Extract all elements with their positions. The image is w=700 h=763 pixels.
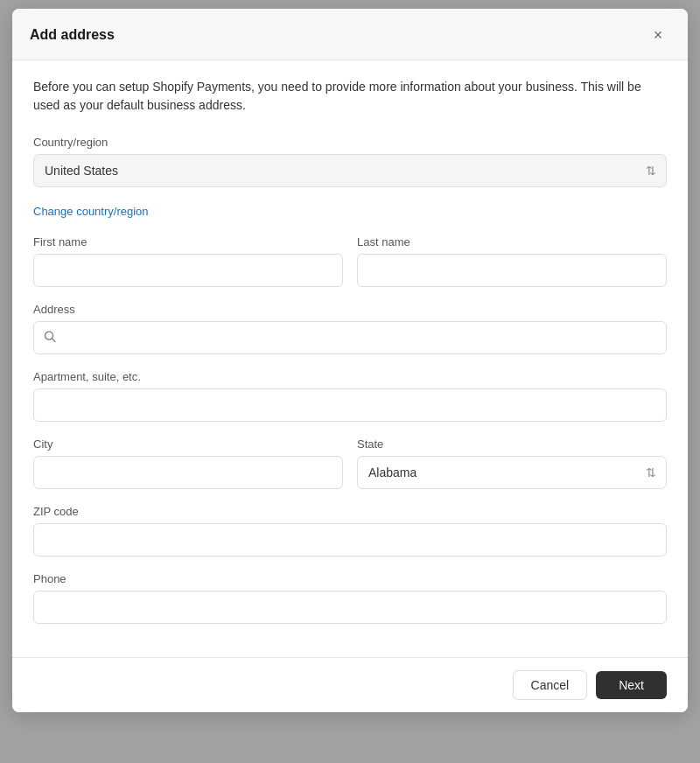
- modal-body: Before you can setup Shopify Payments, y…: [12, 60, 688, 657]
- address-input[interactable]: [33, 321, 667, 354]
- name-row: First name Last name: [33, 235, 667, 287]
- city-field-group: City: [33, 438, 343, 489]
- next-button[interactable]: Next: [596, 671, 667, 699]
- last-name-input[interactable]: [357, 254, 667, 287]
- city-input[interactable]: [33, 456, 343, 489]
- apartment-input[interactable]: [33, 388, 667, 422]
- first-name-input[interactable]: [33, 254, 343, 287]
- phone-label: Phone: [33, 572, 667, 585]
- first-name-group: First name: [33, 235, 343, 287]
- address-field-group: Address: [33, 303, 667, 354]
- country-field-group: Country/region United States ⇅: [33, 136, 667, 187]
- country-select[interactable]: United States: [33, 154, 667, 187]
- add-address-modal: Add address × Before you can setup Shopi…: [12, 9, 688, 712]
- cancel-button[interactable]: Cancel: [513, 670, 588, 700]
- state-select[interactable]: Alabama Alaska Arizona Arkansas Californ…: [357, 456, 667, 489]
- modal-footer: Cancel Next: [12, 657, 688, 712]
- last-name-label: Last name: [357, 235, 667, 248]
- first-name-label: First name: [33, 235, 343, 248]
- address-input-wrapper: [33, 321, 667, 354]
- zip-label: ZIP code: [33, 505, 667, 518]
- modal-title: Add address: [30, 27, 115, 43]
- change-country-link[interactable]: Change country/region: [33, 205, 149, 218]
- close-button[interactable]: ×: [646, 23, 670, 47]
- apartment-field-group: Apartment, suite, etc.: [33, 370, 667, 422]
- zip-field-group: ZIP code: [33, 505, 667, 556]
- city-label: City: [33, 438, 343, 451]
- address-label: Address: [33, 303, 667, 316]
- state-field-group: State Alabama Alaska Arizona Arkansas Ca…: [357, 438, 667, 489]
- city-state-row: City State Alabama Alaska Arizona Arkans…: [33, 438, 667, 489]
- last-name-group: Last name: [357, 235, 667, 287]
- phone-field-group: Phone: [33, 572, 667, 624]
- country-select-wrapper: United States ⇅: [33, 154, 667, 187]
- state-select-wrapper: Alabama Alaska Arizona Arkansas Californ…: [357, 456, 667, 489]
- apartment-label: Apartment, suite, etc.: [33, 370, 667, 383]
- country-label: Country/region: [33, 136, 667, 149]
- modal-header: Add address ×: [12, 9, 688, 60]
- modal-overlay: Add address × Before you can setup Shopi…: [0, 0, 700, 763]
- info-text: Before you can setup Shopify Payments, y…: [33, 78, 667, 115]
- phone-input[interactable]: [33, 591, 667, 624]
- zip-input[interactable]: [33, 523, 667, 556]
- state-label: State: [357, 438, 667, 451]
- close-icon: ×: [654, 26, 663, 45]
